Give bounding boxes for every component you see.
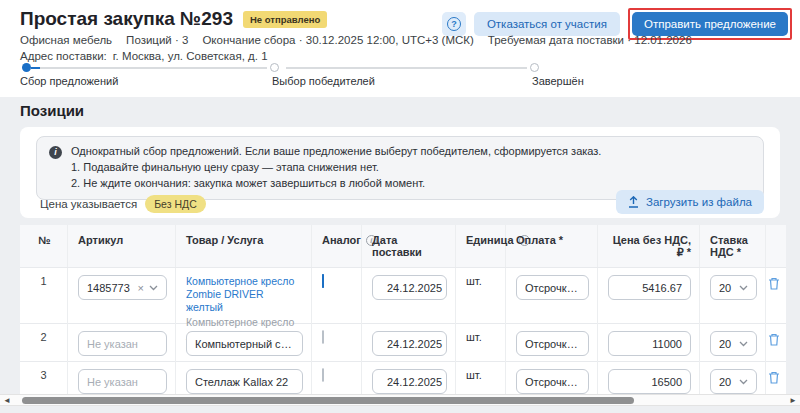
delivery-address: Адрес поставки: г. Москва, ул. Советская… [20, 50, 268, 62]
product-input[interactable]: Стеллаж Kallax 22 [186, 369, 303, 394]
decline-participation-button[interactable]: Отказаться от участия [474, 12, 620, 36]
chevron-down-icon [739, 341, 748, 347]
step-progress-tail [31, 67, 40, 69]
col-date: Дата поставки [362, 225, 456, 267]
payment-value: Отсрочка платежа [525, 282, 580, 294]
step-label-winners: Выбор победителей [272, 75, 375, 87]
article-input[interactable]: Не указан [78, 369, 167, 394]
col-num: № [20, 225, 68, 267]
step-line-2 [286, 67, 527, 69]
table-row: 1 1485773 × Компьютерное кресло Zombie D… [20, 268, 786, 324]
help-button[interactable]: ? [442, 12, 466, 36]
date-input[interactable]: 24.12.2025 [372, 275, 447, 300]
product-cell: Компьютерный стол Мо... [176, 324, 312, 362]
step-label-collection: Сбор предложений [20, 75, 118, 87]
analog-checkbox[interactable] [322, 368, 324, 382]
article-placeholder: Не указан [87, 376, 158, 388]
chevron-down-icon [149, 285, 158, 291]
price-value: 5416.67 [642, 282, 682, 294]
meta-delivery-date: Требуемая дата поставки · 12.01.2026 [488, 34, 692, 46]
date-value: 24.12.2025 [387, 338, 442, 350]
positions-heading: Позиции [20, 102, 84, 119]
col-vat: Ставка НДС * [700, 225, 766, 267]
vat-mode-badge: Без НДС [145, 195, 206, 213]
horizontal-scrollbar[interactable]: ◄ ► [0, 394, 800, 406]
clear-icon[interactable]: × [138, 282, 144, 294]
price-note-label: Цена указывается [40, 198, 137, 210]
price-value: 11000 [652, 338, 682, 350]
notice-line-2: 1. Подавайте финальную цену сразу — этап… [71, 160, 601, 176]
col-product: Товар / Услуга [176, 225, 312, 267]
date-input[interactable]: 24.12.2025 [372, 331, 447, 356]
address-label: Адрес поставки: [20, 50, 107, 62]
price-cell: 11000 [598, 324, 700, 362]
price-input[interactable]: 5416.67 [608, 275, 691, 300]
question-mark-icon: ? [447, 17, 461, 31]
submit-proposal-button[interactable]: Отправить предложение [632, 12, 788, 36]
product-input[interactable]: Компьютерный стол Мо... [186, 331, 303, 356]
page-title: Простая закупка №293 [20, 8, 233, 30]
col-unit: Единица i [456, 225, 506, 267]
date-value: 24.12.2025 [387, 282, 442, 294]
article-value: 1485773 [87, 282, 134, 294]
col-analog-label: Аналог [322, 234, 361, 246]
vat-select[interactable]: 20 [710, 275, 757, 300]
article-select[interactable]: 1485773 × [78, 275, 167, 300]
title-row: Простая закупка №293 Не отправлено [20, 8, 327, 30]
notice-line-1: Однократный сбор предложений. Если ваше … [71, 144, 601, 160]
analog-checkbox[interactable] [322, 274, 324, 288]
upload-button-label: Загрузить из файла [646, 196, 752, 208]
table-header-row: № Артикул Товар / Услуга Аналог i Дата п… [20, 225, 786, 268]
payment-input[interactable]: Отсрочка платежа [516, 369, 589, 394]
col-actions [766, 225, 786, 267]
payment-cell: Отсрочка платежа [506, 324, 598, 362]
payment-value: Отсрочка платежа [525, 338, 580, 350]
unit-cell: шт. [456, 324, 506, 362]
article-placeholder: Не указан [87, 338, 158, 350]
scroll-left-icon[interactable]: ◄ [2, 395, 12, 405]
notice-text: Однократный сбор предложений. Если ваше … [71, 144, 601, 192]
vat-select[interactable]: 20 [710, 369, 757, 394]
upload-from-file-button[interactable]: Загрузить из файла [616, 190, 764, 214]
price-input[interactable]: 11000 [608, 331, 691, 356]
date-input[interactable]: 24.12.2025 [372, 369, 447, 394]
vat-value: 20 [719, 282, 734, 294]
trash-icon [768, 333, 780, 346]
vat-select[interactable]: 20 [710, 331, 757, 356]
positions-info-card: i Однократный сбор предложений. Если ваш… [20, 127, 780, 218]
date-value: 24.12.2025 [387, 376, 442, 388]
payment-value: Отсрочка платежа [525, 376, 580, 388]
purchase-meta: Офисная мебель Позиций · 3 Окончание сбо… [20, 34, 692, 46]
delete-row-button[interactable] [766, 324, 786, 362]
analog-cell [312, 324, 362, 362]
price-value: 16500 [651, 376, 682, 388]
product-link[interactable]: Компьютерное кресло Zombie DRIVER желтый [186, 275, 303, 314]
col-price: Цена без НДС, ₽ * [598, 225, 700, 267]
info-icon: i [49, 146, 62, 159]
col-payment: Оплата * [506, 225, 598, 267]
vat-cell: 20 [700, 324, 766, 362]
article-cell: Не указан [68, 324, 176, 362]
step-label-finished: Завершён [532, 75, 584, 87]
article-input[interactable]: Не указан [78, 331, 167, 356]
price-input[interactable]: 16500 [608, 369, 691, 394]
analog-checkbox[interactable] [322, 330, 324, 344]
payment-input[interactable]: Отсрочка платежа [516, 331, 589, 356]
step-dot-active [22, 63, 31, 72]
chevron-down-icon [739, 285, 748, 291]
notice-line-3: 2. Не ждите окончания: закупка может зав… [71, 176, 601, 192]
product-value: Стеллаж Kallax 22 [195, 376, 294, 388]
product-value: Компьютерный стол Мо... [195, 338, 294, 350]
scrollbar-thumb[interactable] [22, 397, 634, 404]
vat-value: 20 [719, 376, 734, 388]
date-cell: 24.12.2025 [362, 324, 456, 362]
row-number: 2 [20, 324, 68, 362]
step-line-1 [40, 67, 267, 69]
payment-input[interactable]: Отсрочка платежа [516, 275, 589, 300]
meta-positions: Позиций · 3 [126, 34, 188, 46]
meta-category: Офисная мебель [20, 34, 112, 46]
meta-deadline: Окончание сбора · 30.12.2025 12:00, UTC+… [202, 34, 473, 46]
step-dot-pending-2 [530, 63, 539, 72]
scroll-right-icon[interactable]: ► [788, 395, 798, 405]
table-row: 2 Не указан Компьютерный стол Мо... 24.1… [20, 324, 786, 362]
